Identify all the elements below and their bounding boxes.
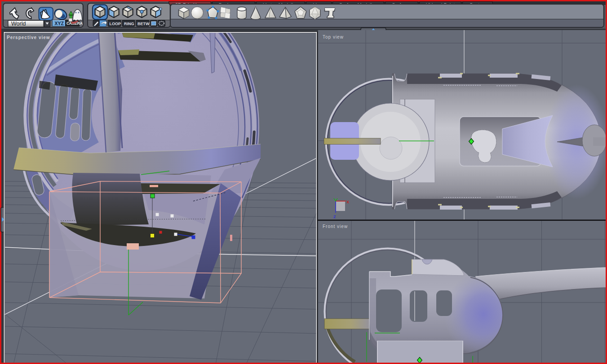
svg-text:Z: Z: [333, 215, 336, 219]
svg-text:Perspective view: Perspective view: [7, 35, 50, 40]
svg-text:Front view: Front view: [323, 224, 348, 229]
svg-text:X: X: [346, 200, 349, 204]
svg-text:Top view: Top view: [323, 35, 344, 39]
